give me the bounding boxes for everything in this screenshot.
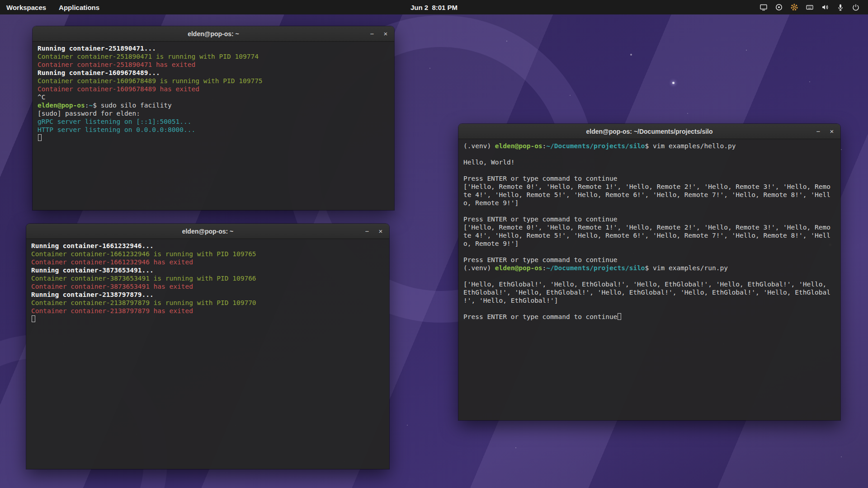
terminal-line: Running container-1661232946...: [31, 242, 384, 250]
close-button[interactable]: ×: [827, 127, 837, 136]
titlebar[interactable]: elden@pop-os: ~ − ×: [33, 26, 394, 42]
terminal-cursor: [618, 313, 621, 320]
terminal-cursor: [38, 134, 42, 141]
keyboard-icon[interactable]: [806, 3, 814, 11]
terminal-line: [463, 150, 835, 158]
workspaces-menu[interactable]: Workspaces: [0, 0, 52, 14]
terminal-line: Press ENTER or type command to continue: [463, 313, 835, 321]
terminal-line: o, Remote 9!']: [463, 199, 835, 207]
terminal-window-silo-project: elden@pop-os: ~/Documents/projects/silo …: [458, 124, 840, 420]
window-controls: − ×: [813, 124, 837, 139]
terminal-line: te 4!', 'Hello, Remote 5!', 'Hello, Remo…: [463, 191, 835, 199]
terminal-line: (.venv) elden@pop-os:~/Documents/project…: [463, 142, 835, 150]
window-title: elden@pop-os: ~/Documents/projects/silo: [586, 128, 712, 135]
minimize-button[interactable]: −: [362, 226, 372, 236]
top-bar: Workspaces Applications Jun 2 8:01 PM: [0, 0, 868, 14]
terminal-line: te 4!', 'Hello, Remote 5!', 'Hello, Remo…: [463, 231, 835, 239]
applications-menu[interactable]: Applications: [52, 0, 106, 14]
terminal-line: ['Hello, Remote 0!', 'Hello, Remote 1!',…: [463, 223, 835, 231]
terminal-line: [463, 207, 835, 215]
terminal-output[interactable]: Running container-1661232946...Container…: [26, 239, 389, 469]
system-tray: [760, 0, 868, 14]
window-controls: − ×: [367, 26, 391, 41]
terminal-line: !', 'Hello, EthGlobal!']: [463, 296, 835, 305]
window-title: elden@pop-os: ~: [188, 30, 239, 38]
terminal-line: Press ENTER or type command to continue: [463, 215, 835, 223]
terminal-line: EthGlobal!', 'Hello, EthGlobal!', 'Hello…: [463, 288, 835, 296]
terminal-line: Hello, World!: [463, 158, 835, 166]
terminal-line: Running container-3873653491...: [31, 266, 384, 274]
titlebar[interactable]: elden@pop-os: ~/Documents/projects/silo …: [458, 124, 840, 139]
terminal-output[interactable]: Running container-251890471...Container …: [33, 42, 394, 210]
terminal-line: ['Hello, Remote 0!', 'Hello, Remote 1!',…: [463, 183, 835, 191]
screen-share-icon[interactable]: [760, 3, 768, 11]
terminal-line: Container container-1609678489 has exite…: [38, 85, 389, 93]
terminal-line: o, Remote 9!']: [463, 239, 835, 248]
terminal-window-home-1: elden@pop-os: ~ − × Running container-25…: [33, 26, 394, 210]
terminal-line: HTTP server listening on 0.0.0.0:8000...: [38, 126, 389, 134]
terminal-line: Press ENTER or type command to continue: [463, 174, 835, 183]
terminal-line: ^C: [38, 93, 389, 101]
volume-icon[interactable]: [821, 3, 829, 11]
terminal-line: Container container-1661232946 is runnin…: [31, 250, 384, 258]
terminal-line: (.venv) elden@pop-os:~/Documents/project…: [463, 264, 835, 272]
clock-menu[interactable]: Jun 2 8:01 PM: [405, 0, 463, 14]
terminal-line: Container container-251890471 has exited: [38, 61, 389, 69]
close-button[interactable]: ×: [381, 29, 391, 39]
terminal-line: Container container-3873653491 is runnin…: [31, 274, 384, 282]
clock-label: Jun 2 8:01 PM: [410, 4, 458, 11]
minimize-button[interactable]: −: [813, 127, 823, 136]
terminal-window-home-2: elden@pop-os: ~ − × Running container-16…: [26, 224, 389, 469]
terminal-line: Container container-2138797879 is runnin…: [31, 299, 384, 307]
status-ring-icon[interactable]: [775, 3, 783, 11]
terminal-line: ['Hello, EthGlobal!', 'Hello, EthGlobal!…: [463, 280, 835, 288]
terminal-output[interactable]: (.venv) elden@pop-os:~/Documents/project…: [458, 139, 840, 420]
terminal-line: [sudo] password for elden:: [38, 109, 389, 117]
terminal-line: Container container-1661232946 has exite…: [31, 258, 384, 266]
terminal-cursor: [32, 315, 35, 322]
terminal-line: [463, 166, 835, 174]
terminal-line: [31, 315, 384, 323]
applications-label: Applications: [59, 4, 99, 11]
window-title: elden@pop-os: ~: [182, 228, 234, 235]
window-controls: − ×: [362, 224, 386, 239]
terminal-line: [38, 134, 389, 142]
terminal-line: Container container-1609678489 is runnin…: [38, 77, 389, 85]
terminal-line: Press ENTER or type command to continue: [463, 256, 835, 264]
terminal-line: Container container-3873653491 has exite…: [31, 282, 384, 291]
terminal-line: Container container-251890471 is running…: [38, 52, 389, 61]
terminal-line: [463, 272, 835, 280]
terminal-line: Running container-1609678489...: [38, 69, 389, 77]
terminal-line: [463, 305, 835, 313]
terminal-line: Running container-251890471...: [38, 44, 389, 52]
power-icon[interactable]: [852, 3, 860, 11]
terminal-line: [463, 248, 835, 256]
terminal-line: Running container-2138797879...: [31, 291, 384, 299]
settings-gear-icon[interactable]: [790, 3, 798, 11]
titlebar[interactable]: elden@pop-os: ~ − ×: [26, 224, 389, 239]
close-button[interactable]: ×: [376, 226, 386, 236]
terminal-line: Container container-2138797879 has exite…: [31, 307, 384, 315]
workspaces-label: Workspaces: [6, 4, 46, 11]
minimize-button[interactable]: −: [367, 29, 377, 39]
terminal-line: elden@pop-os:~$ sudo silo facility: [38, 101, 389, 109]
terminal-line: gRPC server listening on [::1]:50051...: [38, 117, 389, 126]
microphone-icon[interactable]: [836, 3, 844, 11]
